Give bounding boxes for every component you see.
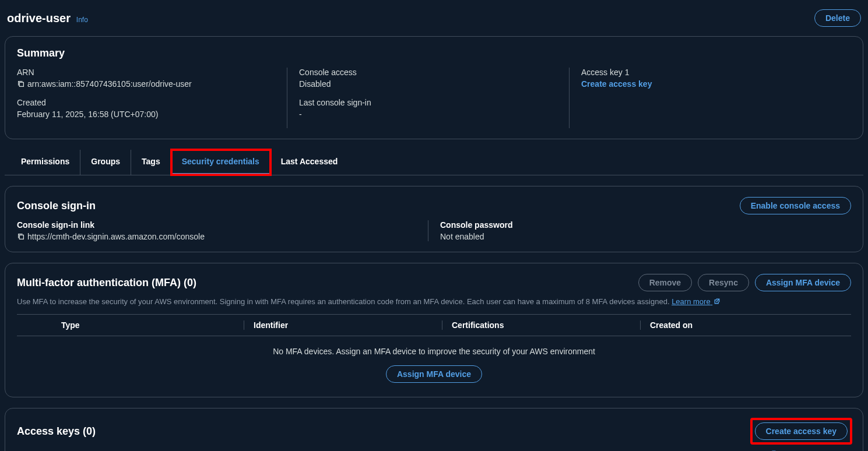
tab-groups[interactable]: Groups bbox=[80, 150, 131, 175]
signin-link-text: https://cmth-dev.signin.aws.amazon.com/c… bbox=[27, 232, 205, 241]
svg-rect-0 bbox=[19, 82, 23, 86]
tab-permissions[interactable]: Permissions bbox=[10, 150, 80, 175]
create-access-key-link[interactable]: Create access key bbox=[581, 79, 839, 89]
mfa-col-created-on: Created on bbox=[641, 320, 851, 330]
tab-last-accessed[interactable]: Last Accessed bbox=[270, 150, 349, 175]
mfa-col-identifier: Identifier bbox=[244, 320, 442, 330]
summary-grid: ARN arn:aws:iam::857407436105:user/odriv… bbox=[17, 68, 851, 128]
summary-panel: Summary ARN arn:aws:iam::857407436105:us… bbox=[5, 36, 863, 139]
last-signin-value: - bbox=[299, 110, 557, 119]
resync-mfa-button: Resync bbox=[698, 274, 749, 291]
last-signin-label: Last console sign-in bbox=[299, 98, 557, 107]
mfa-title: Multi-factor authentication (MFA) (0) bbox=[17, 277, 196, 289]
assign-mfa-device-button-center[interactable]: Assign MFA device bbox=[386, 365, 482, 383]
remove-mfa-button: Remove bbox=[638, 274, 692, 291]
summary-col-2: Console access Disabled Last console sig… bbox=[287, 68, 569, 128]
external-link-icon bbox=[714, 298, 721, 305]
copy-icon[interactable] bbox=[17, 80, 25, 88]
access-key-label: Access key 1 bbox=[581, 68, 839, 77]
signin-link-value: https://cmth-dev.signin.aws.amazon.com/c… bbox=[17, 232, 428, 241]
arn-text: arn:aws:iam::857407436105:user/odrive-us… bbox=[27, 79, 192, 89]
mfa-table-header: Type Identifier Certifications Created o… bbox=[17, 314, 851, 336]
console-password-value: Not enabled bbox=[440, 232, 851, 241]
signin-link-block: Console sign-in link https://cmth-dev.si… bbox=[17, 220, 428, 241]
tabs: Permissions Groups Tags Security credent… bbox=[5, 150, 863, 175]
page-header: odrive-user Info Delete bbox=[5, 5, 863, 36]
summary-title: Summary bbox=[17, 47, 851, 59]
page-title: odrive-user bbox=[7, 12, 71, 24]
mfa-col-certifications: Certifications bbox=[442, 320, 641, 330]
console-signin-title: Console sign-in bbox=[17, 200, 96, 212]
mfa-empty-message: No MFA devices. Assign an MFA device to … bbox=[17, 336, 851, 362]
tab-security-credentials[interactable]: Security credentials bbox=[171, 150, 270, 175]
tab-tags[interactable]: Tags bbox=[131, 150, 171, 175]
delete-button[interactable]: Delete bbox=[814, 9, 861, 27]
arn-label: ARN bbox=[17, 68, 275, 77]
console-access-label: Console access bbox=[299, 68, 557, 77]
assign-mfa-device-button[interactable]: Assign MFA device bbox=[755, 274, 851, 291]
info-link[interactable]: Info bbox=[76, 16, 88, 24]
mfa-learn-more-link[interactable]: Learn more bbox=[672, 297, 721, 306]
console-signin-panel: Console sign-in Enable console access Co… bbox=[5, 186, 863, 252]
enable-console-access-button[interactable]: Enable console access bbox=[740, 197, 851, 214]
console-password-block: Console password Not enabled bbox=[428, 220, 851, 241]
create-access-key-highlight: Create access key bbox=[751, 419, 851, 443]
created-label: Created bbox=[17, 98, 275, 107]
created-value: February 11, 2025, 16:58 (UTC+07:00) bbox=[17, 110, 275, 119]
svg-rect-1 bbox=[19, 235, 23, 239]
access-keys-title: Access keys (0) bbox=[17, 425, 96, 438]
arn-value: arn:aws:iam::857407436105:user/odrive-us… bbox=[17, 79, 275, 89]
mfa-col-type: Type bbox=[52, 320, 244, 330]
create-access-key-button[interactable]: Create access key bbox=[755, 422, 848, 440]
signin-link-label: Console sign-in link bbox=[17, 220, 428, 230]
mfa-panel: Multi-factor authentication (MFA) (0) Re… bbox=[5, 263, 863, 397]
access-keys-panel: Access keys (0) Create access key Use ac… bbox=[5, 408, 863, 451]
mfa-description: Use MFA to increase the security of your… bbox=[17, 297, 851, 306]
copy-icon[interactable] bbox=[17, 232, 25, 241]
summary-col-3: Access key 1 Create access key bbox=[569, 68, 851, 128]
console-password-label: Console password bbox=[440, 220, 851, 230]
summary-col-1: ARN arn:aws:iam::857407436105:user/odriv… bbox=[17, 68, 287, 128]
console-access-value: Disabled bbox=[299, 79, 557, 89]
page-title-wrap: odrive-user Info bbox=[7, 12, 88, 25]
